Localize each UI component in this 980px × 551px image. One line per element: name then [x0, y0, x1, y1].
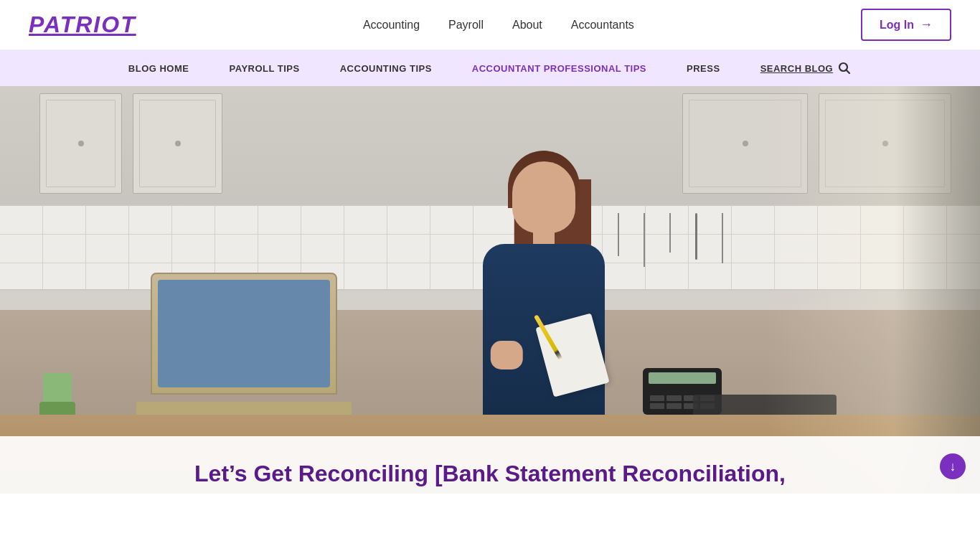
article-title-overlay: Let’s Get Reconciling [Bank Statement Re… — [0, 436, 980, 494]
site-logo[interactable]: PATRIOT — [29, 11, 136, 38]
subnav-accountant-professional-tips[interactable]: ACCOUNTANT PROFESSIONAL TIPS — [452, 50, 666, 86]
hero-section: Let’s Get Reconciling [Bank Statement Re… — [0, 86, 980, 494]
utensil-5 — [722, 213, 723, 263]
nav-item-accounting[interactable]: Accounting — [363, 19, 420, 32]
hand-left — [491, 341, 523, 369]
laptop — [151, 273, 337, 416]
nav-item-accountants[interactable]: Accountants — [571, 19, 634, 32]
site-header: PATRIOT Accounting Payroll About Account… — [0, 0, 980, 50]
chevron-down-icon: ↓ — [950, 459, 956, 474]
cabinet-4 — [819, 93, 951, 194]
keyboard — [693, 395, 837, 416]
laptop-screen — [158, 280, 330, 387]
login-label: Log In — [880, 19, 914, 32]
face — [512, 161, 575, 233]
utensil-4 — [695, 213, 697, 260]
svg-line-1 — [847, 70, 850, 74]
subnav-press[interactable]: PRESS — [666, 50, 740, 86]
laptop-base — [136, 402, 352, 416]
cabinet-2 — [133, 93, 222, 194]
main-navigation: Accounting Payroll About Accountants — [363, 19, 634, 32]
cabinet-1 — [39, 93, 122, 194]
scroll-down-button[interactable]: ↓ — [940, 453, 966, 479]
search-blog-label: SEARCH BLOG — [760, 63, 834, 74]
subnav-accounting-tips[interactable]: ACCOUNTING TIPS — [320, 50, 452, 86]
cabinet-3 — [682, 93, 808, 194]
plant-pot — [39, 402, 75, 416]
laptop-lid — [151, 273, 337, 395]
search-icon — [837, 61, 852, 75]
nav-item-about[interactable]: About — [512, 19, 542, 32]
subnav-blog-home[interactable]: BLOG HOME — [108, 50, 209, 86]
calculator-screen — [649, 372, 716, 384]
login-button[interactable]: Log In → — [861, 9, 951, 41]
login-arrow-icon: → — [920, 17, 933, 32]
utensil-3 — [669, 213, 671, 253]
sub-navigation: BLOG HOME PAYROLL TIPS ACCOUNTING TIPS A… — [0, 50, 980, 86]
subnav-search-blog[interactable]: SEARCH BLOG — [740, 50, 872, 86]
article-title: Let’s Get Reconciling [Bank Statement Re… — [194, 460, 786, 487]
person-figure — [436, 151, 651, 416]
plant-area — [36, 344, 79, 416]
subnav-payroll-tips[interactable]: PAYROLL TIPS — [209, 50, 319, 86]
nav-item-payroll[interactable]: Payroll — [448, 19, 484, 32]
